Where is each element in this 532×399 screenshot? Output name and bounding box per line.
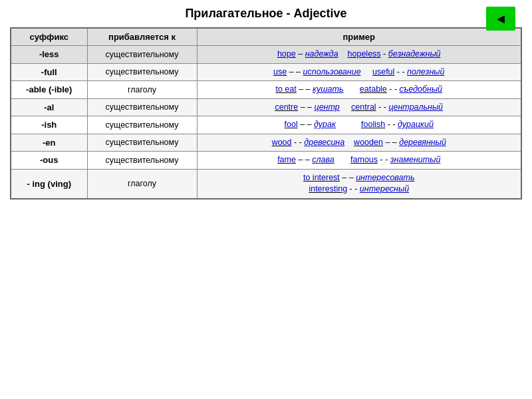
table-row: -lessсуществительномуhope – надежда hope… xyxy=(11,46,521,64)
cell-added-to: существительному xyxy=(87,63,197,81)
cell-added-to: глаголу xyxy=(87,169,197,199)
cell-added-to: существительному xyxy=(87,116,197,134)
header-example: пример xyxy=(197,28,521,46)
cell-example: wood - - древесина wooden – – деревянный xyxy=(197,134,521,152)
cell-suffix: -ous xyxy=(11,152,87,170)
cell-example: hope – надежда hopeless - безнадежный xyxy=(197,46,521,64)
cell-example: to interest – – интересоватьinteresting … xyxy=(197,169,521,199)
title-row: Прилагательное - Adjective ◄ xyxy=(10,7,522,21)
cell-added-to: существительному xyxy=(87,152,197,170)
table-row: -alсуществительномуcentre – – центр cent… xyxy=(11,98,521,116)
header-added-to: прибавляется к xyxy=(87,28,197,46)
table-row: -ishсуществительномуfool – – дурак fooli… xyxy=(11,116,521,134)
cell-suffix: -able (-ible) xyxy=(11,81,87,99)
table-row: -fullсуществительномуuse – – использован… xyxy=(11,63,521,81)
adjective-table: суффикс прибавляется к пример -lessсущес… xyxy=(10,27,522,200)
table-row: -enсуществительномуwood - - древесина wo… xyxy=(11,134,521,152)
table-row: -able (-ible)глаголуto eat – – кушать ea… xyxy=(11,81,521,99)
table-row: -ousсуществительномуfame – – слава famou… xyxy=(11,152,521,170)
cell-example: use – – использование useful - - полезны… xyxy=(197,63,521,81)
back-icon: ◄ xyxy=(494,11,507,27)
cell-suffix: -en xyxy=(11,134,87,152)
cell-example: centre – – центр central - - центральный xyxy=(197,98,521,116)
cell-example: fame – – слава famous - - знаменитый xyxy=(197,152,521,170)
page-title: Прилагательное - Adjective xyxy=(185,7,346,21)
cell-suffix: -less xyxy=(11,46,87,64)
cell-suffix: - ing (ving) xyxy=(11,169,87,199)
cell-added-to: существительному xyxy=(87,98,197,116)
table-header-row: суффикс прибавляется к пример xyxy=(11,28,521,46)
cell-added-to: существительному xyxy=(87,134,197,152)
nav-back-button[interactable]: ◄ xyxy=(486,7,515,31)
cell-suffix: -ish xyxy=(11,116,87,134)
cell-suffix: -full xyxy=(11,63,87,81)
cell-example: to eat – – кушать eatable - - съедобный xyxy=(197,81,521,99)
header-suffix: суффикс xyxy=(11,28,87,46)
cell-example: fool – – дурак foolish - - дурацкий xyxy=(197,116,521,134)
table-row: - ing (ving)глаголуto interest – – интер… xyxy=(11,169,521,199)
cell-added-to: глаголу xyxy=(87,81,197,99)
cell-added-to: существительному xyxy=(87,46,197,64)
cell-suffix: -al xyxy=(11,98,87,116)
page-wrapper: Прилагательное - Adjective ◄ суффикс при… xyxy=(0,0,532,399)
